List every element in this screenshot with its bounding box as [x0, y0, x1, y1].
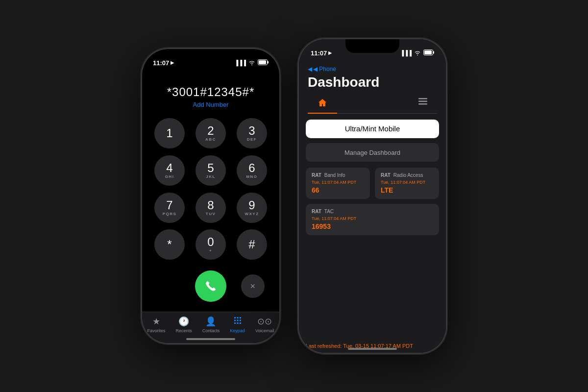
svg-rect-3 [234, 317, 236, 318]
notch-right [345, 39, 399, 53]
band-value: 66 [312, 186, 364, 194]
carrier-name: Ultra/Mint Mobile [345, 124, 400, 133]
time-left: 11:07 ▶ [153, 59, 174, 67]
contacts-label: Contacts [202, 328, 220, 333]
dashboard-content: Ultra/Mint Mobile Manage Dashboard RAT B… [299, 114, 446, 339]
back-label: ◀ Phone [313, 66, 336, 73]
home-indicator-right [348, 348, 397, 350]
contacts-icon: 👤 [205, 316, 216, 327]
key-7[interactable]: 7PQRS [154, 193, 185, 223]
svg-rect-15 [418, 98, 427, 99]
svg-rect-5 [240, 317, 241, 318]
delete-button[interactable]: ✕ [241, 274, 265, 298]
radio-access-card[interactable]: RAT Radio Access Tue, 11:07:04 AM PDT LT… [375, 168, 439, 199]
home-tab-icon [318, 99, 327, 109]
last-refreshed: Last refreshed: Tue, 03-15 11:07:17 AM P… [299, 339, 446, 353]
keypad-icon [234, 317, 242, 327]
location-icon-right: ▶ [328, 50, 332, 55]
signal-icon-right: ▐▐▐ [400, 50, 412, 56]
tab-keypad[interactable]: Keypad [230, 317, 245, 333]
svg-rect-4 [237, 317, 238, 318]
svg-rect-9 [234, 322, 236, 324]
tac-title: TAC [324, 209, 334, 214]
dashboard-title: Dashboard [308, 74, 437, 90]
key-3[interactable]: 3DEF [237, 118, 267, 148]
cards-row: RAT Band Info Tue, 11:07:04 AM PDT 66 RA… [306, 168, 439, 199]
dashboard-screen: 11:07 ▶ ▐▐▐ [299, 39, 446, 353]
band-time: Tue, 11:07:04 AM PDT [312, 180, 364, 185]
left-screen: 11:07 ▶ ▐▐▐ *3001#12345#* [142, 49, 279, 343]
svg-rect-10 [237, 322, 238, 324]
tab-favorites[interactable]: ★ Favorites [147, 316, 166, 333]
key-9[interactable]: 9WXYZ [237, 193, 267, 223]
dashboard-tabs [308, 94, 437, 114]
tab-voicemail[interactable]: ⊙⊙ Voicemail [255, 316, 274, 333]
svg-rect-16 [418, 101, 427, 102]
home-indicator-left [186, 338, 235, 340]
key-star[interactable]: * [154, 229, 185, 260]
svg-rect-14 [424, 50, 432, 54]
voicemail-icon: ⊙⊙ [257, 316, 272, 327]
right-screen: 11:07 ▶ ▐▐▐ [299, 39, 446, 353]
tab-home[interactable] [308, 94, 337, 113]
favorites-label: Favorites [147, 328, 166, 333]
radio-header: RAT Radio Access [381, 172, 433, 178]
svg-rect-1 [268, 61, 269, 64]
tab-list[interactable] [409, 94, 437, 113]
key-8[interactable]: 8TUV [196, 193, 226, 223]
tab-contacts[interactable]: 👤 Contacts [202, 316, 220, 333]
spacer [157, 274, 180, 298]
svg-rect-6 [234, 319, 236, 321]
radio-time: Tue, 11:07:04 AM PDT [381, 180, 433, 185]
list-tab-icon [418, 98, 427, 106]
recents-icon: 🕐 [178, 316, 189, 327]
favorites-icon: ★ [152, 316, 160, 327]
svg-rect-13 [433, 51, 434, 54]
key-hash[interactable]: # [237, 229, 267, 260]
radio-value: LTE [381, 186, 433, 194]
band-info-card[interactable]: RAT Band Info Tue, 11:07:04 AM PDT 66 [306, 168, 370, 199]
back-button[interactable]: ◀ ◀ Phone [308, 66, 437, 73]
time-right: 11:07 ▶ [311, 49, 332, 57]
status-icons-right: ▐▐▐ [400, 49, 434, 57]
tac-card[interactable]: RAT TAC Tue, 11:07:04 AM PDT 16953 [306, 204, 439, 235]
tab-recents[interactable]: 🕐 Recents [176, 316, 192, 333]
left-iphone: 11:07 ▶ ▐▐▐ *3001#12345#* [142, 49, 279, 343]
voicemail-label: Voicemail [255, 328, 274, 333]
dialer-actions: ✕ [142, 266, 279, 312]
key-0[interactable]: 0+ [196, 229, 226, 260]
notch-left [184, 49, 238, 63]
battery-icon-left [258, 59, 269, 66]
key-6[interactable]: 6MNO [237, 155, 267, 186]
right-iphone: 11:07 ▶ ▐▐▐ [299, 39, 446, 353]
svg-rect-2 [259, 60, 266, 64]
tac-time: Tue, 11:07:04 AM PDT [312, 216, 433, 221]
status-icons-left: ▐▐▐ [235, 59, 269, 67]
back-chevron: ◀ [308, 66, 312, 73]
manage-dashboard-button[interactable]: Manage Dashboard [306, 143, 439, 162]
dialer-number: *3001#12345#* [142, 85, 279, 99]
tac-header: RAT TAC [312, 209, 433, 214]
svg-rect-8 [240, 319, 241, 321]
svg-rect-17 [418, 103, 427, 105]
tac-rat-label: RAT [312, 209, 321, 214]
key-5[interactable]: 5JKL [196, 155, 226, 186]
key-1[interactable]: 1 [154, 118, 185, 148]
svg-rect-11 [240, 322, 241, 324]
carrier-selector[interactable]: Ultra/Mint Mobile [306, 120, 439, 138]
radio-rat-label: RAT [381, 172, 391, 178]
signal-icon-left: ▐▐▐ [235, 60, 246, 66]
add-number-link[interactable]: Add Number [142, 101, 279, 108]
key-4[interactable]: 4GHI [154, 155, 185, 186]
key-2[interactable]: 2ABC [196, 118, 226, 148]
dashboard-header: ◀ ◀ Phone Dashboard [299, 61, 446, 114]
call-button[interactable] [195, 270, 226, 302]
manage-label: Manage Dashboard [344, 149, 400, 156]
location-icon-left: ▶ [171, 60, 174, 65]
band-info-header: RAT Band Info [312, 172, 364, 178]
svg-rect-7 [237, 319, 238, 321]
band-rat-label: RAT [312, 172, 321, 178]
radio-title: Radio Access [393, 172, 423, 178]
keypad-label: Keypad [230, 328, 245, 333]
recents-label: Recents [176, 328, 192, 333]
